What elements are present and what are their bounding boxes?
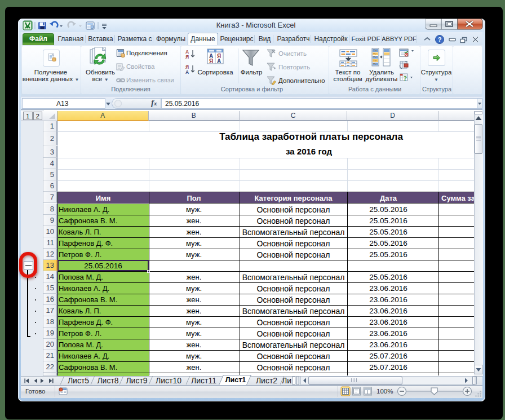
svg-text:?: ?	[404, 74, 407, 82]
svg-text:?: ?	[438, 36, 442, 43]
svg-text:А: А	[217, 58, 221, 64]
svg-text:А: А	[185, 69, 189, 75]
svg-text:Я: Я	[185, 54, 189, 60]
svg-text:Я: Я	[209, 58, 213, 64]
